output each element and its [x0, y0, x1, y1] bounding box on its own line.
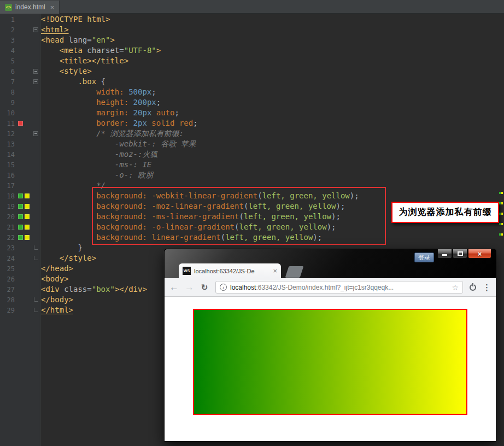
code-line[interactable]: background: -webkit-linear-gradient(left…	[41, 191, 504, 201]
new-tab-button[interactable]	[285, 266, 304, 278]
color-swatch[interactable]	[18, 193, 23, 198]
address-bar[interactable]: i localhost:63342/JS-Demo/index.html?_ij…	[215, 281, 463, 294]
minimize-button[interactable]	[437, 249, 452, 259]
ide-window: <> index.html × 123456789101112131415161…	[0, 0, 504, 446]
fold-collapse-icon[interactable]	[33, 27, 38, 32]
stripe-mark[interactable]	[499, 202, 501, 204]
fold-end-icon	[34, 256, 38, 260]
line-number: 18	[0, 192, 15, 200]
code-token: linear-gradient	[151, 233, 220, 242]
color-swatch[interactable]	[25, 225, 30, 230]
code-token: 20px	[133, 108, 152, 117]
browser-tab[interactable]: WS localhost:63342/JS-De ×	[179, 263, 281, 278]
reload-button[interactable]: ↻	[200, 283, 209, 291]
code-line[interactable]: width: 500px;	[41, 87, 504, 97]
code-line[interactable]: height: 200px;	[41, 97, 504, 108]
line-number: 12	[0, 130, 15, 138]
maximize-icon	[458, 251, 463, 256]
code-token: -ms-: IE	[41, 160, 151, 169]
line-number: 28	[0, 296, 15, 304]
code-line[interactable]: <title></title>	[41, 56, 504, 66]
color-swatch[interactable]	[18, 235, 23, 240]
gutter-line: 29	[0, 305, 40, 315]
stripe-mark[interactable]	[499, 213, 501, 215]
code-token: class	[60, 285, 87, 294]
code-line[interactable]: -o-: 欧朋	[41, 170, 504, 180]
gutter-line: 20	[0, 212, 40, 222]
close-button[interactable]: ×	[468, 249, 491, 259]
color-swatch[interactable]	[25, 214, 30, 219]
color-swatch[interactable]	[18, 214, 23, 219]
color-swatch[interactable]	[25, 235, 30, 240]
code-line[interactable]: <meta charset="UTF-8">	[41, 45, 504, 56]
code-line[interactable]: .box {	[41, 77, 504, 87]
gutter-line: 14	[0, 149, 40, 160]
error-stripe	[499, 14, 503, 446]
code-line[interactable]: /* 浏览器添加私有前缀:	[41, 128, 504, 139]
code-token: );	[313, 233, 322, 242]
color-swatch[interactable]	[18, 121, 23, 126]
code-line[interactable]: background: -o-linear-gradient(left, gre…	[41, 222, 504, 232]
gutter-line: 19	[0, 201, 40, 212]
stripe-mark[interactable]	[501, 233, 503, 236]
code-token: -webkit-linear-gradient	[151, 191, 257, 200]
code-token: background:	[41, 191, 147, 200]
code-token: "box"	[92, 285, 115, 294]
gutter-line: 17	[0, 180, 40, 191]
window-controls: ×	[437, 249, 491, 259]
browser-menu-icon[interactable]: ⋮	[483, 283, 491, 292]
url-path: :63342/JS-Demo/index.html?_ijt=jc1sr3qqe…	[256, 284, 394, 291]
bookmark-star-icon[interactable]: ☆	[452, 283, 459, 292]
gutter-line: 25	[0, 263, 40, 274]
stripe-mark[interactable]	[499, 223, 501, 225]
code-line[interactable]: -ms-: IE	[41, 160, 504, 170]
color-swatch[interactable]	[25, 193, 30, 198]
code-line[interactable]: <html>	[41, 25, 504, 35]
code-token: 500px	[128, 87, 151, 96]
code-line[interactable]: border: 2px solid red;	[41, 118, 504, 128]
code-line[interactable]: -webkit-: 谷歌 苹果	[41, 139, 504, 149]
code-token: solid red	[151, 119, 193, 127]
code-token: "UTF-8"	[124, 46, 156, 55]
code-token: );	[336, 202, 345, 210]
gutter-line: 3	[0, 35, 40, 45]
fold-end-icon	[34, 245, 38, 250]
back-button[interactable]: ←	[169, 283, 178, 292]
gutter-line: 22	[0, 232, 40, 243]
code-line[interactable]: margin: 20px auto;	[41, 108, 504, 118]
code-token: {	[96, 77, 106, 86]
code-line[interactable]: <!DOCTYPE html>	[41, 14, 504, 25]
maximize-button[interactable]	[453, 249, 467, 259]
stripe-mark[interactable]	[501, 223, 503, 225]
tab-close-icon[interactable]: ×	[273, 267, 277, 274]
color-swatch[interactable]	[25, 204, 30, 209]
color-swatch[interactable]	[18, 225, 23, 230]
tab-close-icon[interactable]: ×	[50, 4, 55, 11]
code-token: );	[350, 191, 359, 200]
fold-collapse-icon[interactable]	[33, 69, 38, 74]
code-token: <body>	[41, 274, 69, 283]
line-number: 14	[0, 151, 15, 159]
code-line[interactable]: background: linear-gradient(left, green,…	[41, 232, 504, 243]
page-info-icon[interactable]: i	[220, 284, 227, 291]
code-line[interactable]: */	[41, 180, 504, 191]
code-line[interactable]: -moz-:火狐	[41, 149, 504, 160]
signin-button[interactable]: 登录	[414, 253, 434, 262]
browser-window: 登录 × WS localhost:63342/JS-De × ← → ↻ i …	[164, 249, 496, 442]
code-line[interactable]: <head lang="en">	[41, 35, 504, 45]
stripe-mark[interactable]	[501, 192, 503, 194]
stripe-mark[interactable]	[501, 213, 503, 215]
code-token: <style>	[41, 67, 92, 75]
color-swatch[interactable]	[18, 204, 23, 209]
forward-button: →	[185, 283, 194, 292]
stripe-mark[interactable]	[501, 202, 503, 204]
code-token: ></div>	[115, 285, 147, 294]
fold-collapse-icon[interactable]	[33, 131, 38, 136]
editor-tab-index-html[interactable]: <> index.html ×	[0, 1, 60, 14]
fold-collapse-icon[interactable]	[33, 79, 38, 84]
gutter-line: 4	[0, 45, 40, 56]
stripe-mark[interactable]	[499, 192, 501, 194]
stripe-mark[interactable]	[499, 233, 501, 236]
extension-power-icon[interactable]	[470, 284, 476, 291]
code-line[interactable]: <style>	[41, 66, 504, 77]
